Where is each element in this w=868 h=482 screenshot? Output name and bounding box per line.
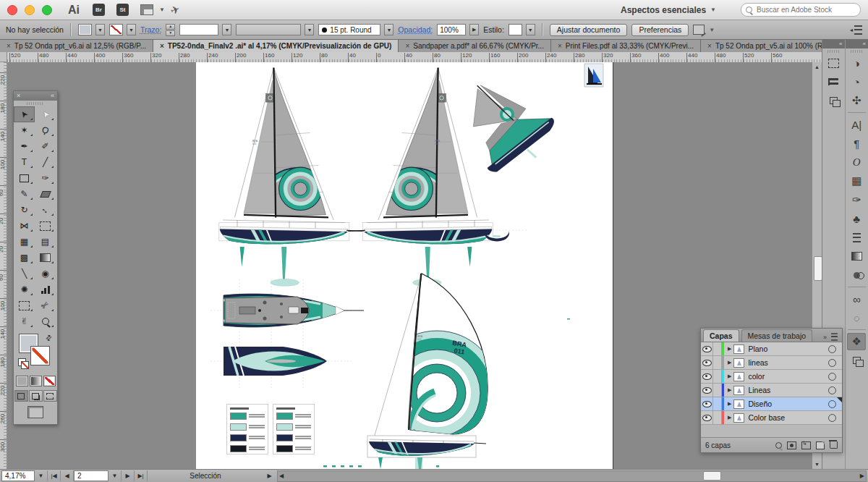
tab-close-icon[interactable]: ×	[707, 43, 712, 50]
new-layer-icon[interactable]	[816, 441, 825, 449]
curvature-tool[interactable]: ✐	[35, 138, 56, 154]
stroke-color-swatch[interactable]	[30, 346, 50, 365]
vertical-scroll-thumb[interactable]	[814, 256, 822, 281]
layer-name[interactable]: Lineas	[748, 386, 770, 394]
isolate-selected-object-icon[interactable]	[693, 25, 705, 35]
layer-lock-cell[interactable]	[713, 342, 722, 355]
brush-definition-combo[interactable]: 15 pt. Round	[318, 24, 380, 35]
artboard-navigation-field[interactable]: 2	[74, 470, 109, 481]
isolate-caret-icon[interactable]: ▼	[709, 27, 715, 33]
swap-fill-stroke-icon[interactable]: ⇄	[43, 333, 54, 343]
symbol-sprayer-tool[interactable]: ✺	[14, 282, 35, 297]
layer-thumbnail[interactable]	[733, 358, 744, 368]
vertical-ruler[interactable]: 22018014010060202060100140180220260300	[0, 62, 7, 469]
eyedropper-tool[interactable]: ╲	[14, 266, 35, 282]
layer-target-icon[interactable]	[828, 345, 836, 353]
previous-artboard-button[interactable]: ◀	[61, 470, 74, 481]
layer-visibility-toggle[interactable]	[701, 356, 713, 369]
layer-lock-cell[interactable]	[713, 356, 722, 369]
tab-close-icon[interactable]: ×	[160, 43, 164, 50]
horizontal-scrollbar[interactable]: ◀ ▶	[277, 470, 867, 482]
stroke-weight-stepper[interactable]: ▲▼	[166, 24, 175, 36]
scroll-down-icon[interactable]: ▼	[812, 460, 822, 469]
mesh-tool[interactable]: ▩	[14, 250, 35, 266]
style-caret-icon[interactable]: ▼	[526, 24, 535, 35]
tools-collapse-icon[interactable]: «	[51, 91, 54, 101]
layer-disclosure-icon[interactable]: ▶	[724, 360, 733, 365]
align-icon[interactable]	[824, 73, 843, 90]
brushes-icon[interactable]: ✑	[847, 191, 866, 208]
layer-row[interactable]: ▶Plano	[701, 342, 842, 356]
rocket-icon[interactable]: ✈	[169, 2, 182, 17]
tab-close-icon[interactable]: ×	[7, 43, 11, 50]
magic-wand-tool[interactable]: ✶	[14, 122, 35, 138]
first-artboard-button[interactable]: |◀	[48, 470, 61, 481]
layer-lock-cell[interactable]	[713, 397, 722, 410]
layer-visibility-toggle[interactable]	[701, 342, 713, 355]
status-menu-icon[interactable]: ▶	[263, 470, 276, 481]
zoom-level-caret-icon[interactable]: ▼	[35, 470, 48, 481]
none-button[interactable]	[43, 376, 56, 386]
default-fill-stroke-icon[interactable]	[18, 358, 26, 366]
adobe-stock-search[interactable]	[741, 3, 861, 17]
layer-thumbnail[interactable]	[733, 413, 744, 423]
variable-width-caret-icon[interactable]: ▼	[305, 24, 314, 35]
layer-thumbnail[interactable]	[733, 344, 744, 354]
shape-builder-tool[interactable]: ▦	[14, 234, 35, 250]
layer-disclosure-icon[interactable]: ▶	[724, 373, 733, 379]
next-artboard-button[interactable]: ▶	[122, 470, 135, 481]
direct-selection-tool[interactable]: ➤	[35, 106, 56, 122]
make-mask-icon[interactable]	[787, 441, 796, 449]
layer-row[interactable]: ▶lineas	[701, 356, 842, 370]
layer-visibility-toggle[interactable]	[701, 411, 713, 424]
layer-name[interactable]: Diseño	[748, 399, 772, 408]
paragraph-icon[interactable]: ¶	[847, 135, 866, 152]
fit-document-button[interactable]: Ajustar documento	[550, 24, 628, 36]
layer-row[interactable]: ▶color	[701, 370, 842, 384]
artboard-caret-icon[interactable]: ▼	[109, 470, 122, 481]
fill-caret-icon[interactable]: ▼	[95, 24, 105, 35]
document-tab[interactable]: ×Print Files.pdf al 33,33% (CMYK/Previ..…	[551, 40, 701, 52]
eraser-tool[interactable]	[35, 186, 56, 202]
tab-layers[interactable]: Capas	[703, 329, 739, 342]
layer-name[interactable]: color	[748, 372, 765, 381]
style-swatch[interactable]	[509, 24, 522, 35]
gradient-button[interactable]	[30, 376, 42, 386]
stroke-weight-caret-icon[interactable]: ▼	[222, 24, 231, 35]
shaper-tool[interactable]: ✎	[14, 186, 35, 202]
gradient-icon[interactable]	[847, 248, 866, 265]
layer-target-icon[interactable]	[828, 373, 836, 381]
stroke-link[interactable]: Trazo:	[140, 25, 161, 34]
dock-collapse-icon-2[interactable]: «	[846, 40, 868, 48]
selection-tool[interactable]: ➤	[14, 106, 35, 122]
delete-layer-icon[interactable]	[830, 441, 838, 449]
layers-icon[interactable]: ❖	[847, 333, 866, 350]
scroll-up-icon[interactable]: ▲	[812, 62, 822, 72]
comments-icon[interactable]: ◌	[847, 309, 866, 326]
artboard-icon[interactable]	[824, 54, 843, 72]
artboard[interactable]: BRA 011 BRA 011	[196, 62, 613, 469]
document-tab[interactable]: ×Sandpaper a.pdf* al 66,67% (CMYK/Pr...	[399, 40, 551, 52]
artboard-tool[interactable]	[14, 297, 35, 313]
cc-libraries-icon[interactable]: ∞	[847, 290, 866, 308]
width-tool[interactable]: ⋈	[14, 218, 35, 234]
panel-expand-icon[interactable]: »	[823, 334, 827, 341]
variable-width-combo[interactable]	[236, 24, 301, 35]
draw-inside-button[interactable]	[43, 390, 57, 402]
tab-close-icon[interactable]: ×	[405, 43, 409, 50]
fill-swatch[interactable]	[78, 24, 92, 35]
draw-normal-button[interactable]	[14, 390, 28, 402]
transparency-icon[interactable]	[847, 266, 866, 284]
tab-close-icon[interactable]: ×	[558, 43, 562, 50]
color-icon[interactable]: ◑	[847, 54, 866, 72]
free-transform-tool[interactable]	[35, 218, 56, 234]
document-tab[interactable]: ×Tp 52 Onda ppt_v5.ai al 100% (RGB/P...	[701, 40, 822, 52]
document-tab[interactable]: ×Tp 52 Onda ppt_v6.ai al 12,5% (RGB/P...	[0, 40, 153, 52]
line-segment-tool[interactable]: ╱	[35, 154, 56, 170]
dock-collapse-icon[interactable]: «	[822, 40, 845, 48]
perspective-grid-tool[interactable]: ▤	[35, 234, 56, 250]
horizontal-ruler[interactable]: 5204804404003603202802402001601208040040…	[7, 52, 822, 63]
new-sublayer-icon[interactable]	[801, 441, 811, 449]
layer-lock-cell[interactable]	[713, 411, 722, 424]
layer-name[interactable]: Color base	[748, 413, 785, 422]
